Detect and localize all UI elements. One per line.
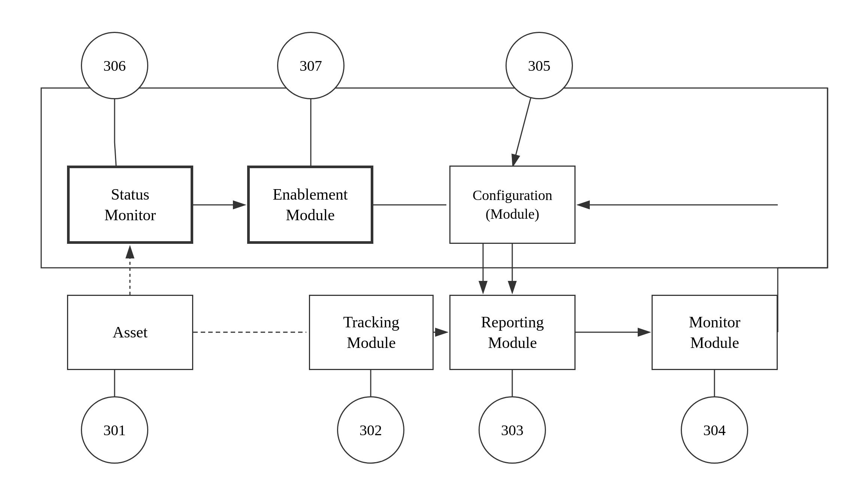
- reporting-module-box: ReportingModule: [449, 295, 576, 370]
- monitor-module-box: MonitorModule: [652, 295, 778, 370]
- circle-301: 301: [81, 396, 148, 464]
- status-monitor-box: StatusMonitor: [67, 166, 193, 244]
- circle-306: 306: [81, 32, 148, 99]
- circle-307: 307: [277, 32, 345, 99]
- diagram-container: StatusMonitor EnablementModule Configura…: [0, 0, 868, 503]
- enablement-module-box: EnablementModule: [247, 166, 373, 244]
- circle-304: 304: [681, 396, 748, 464]
- tracking-module-box: TrackingModule: [309, 295, 434, 370]
- circle-302: 302: [337, 396, 404, 464]
- asset-box: Asset: [67, 295, 193, 370]
- circle-305: 305: [506, 32, 573, 99]
- circle-303: 303: [479, 396, 546, 464]
- configuration-module-box: Configuration(Module): [449, 166, 576, 244]
- svg-line-4: [115, 142, 116, 166]
